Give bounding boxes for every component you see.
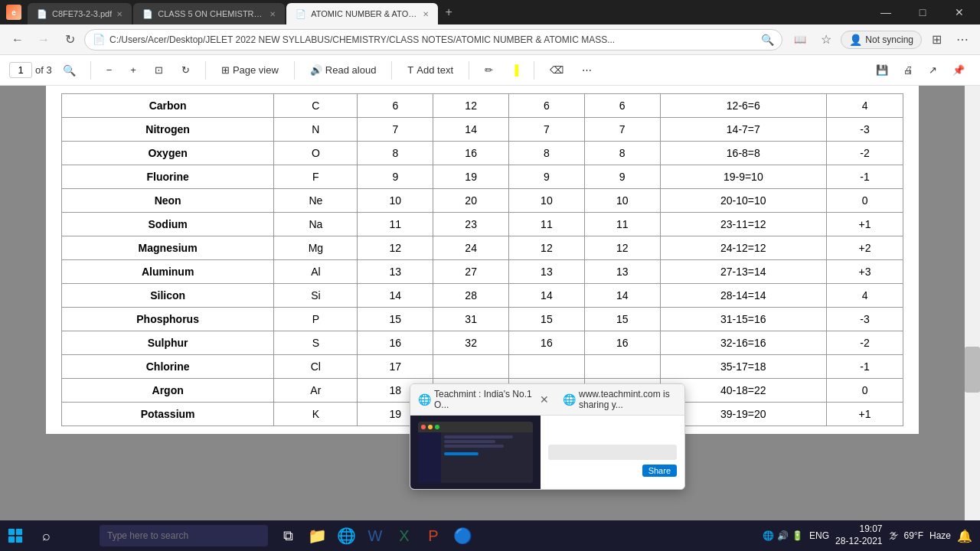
taskbar-app-icons: ⧉ 📁 🌐 W X P 🔵	[276, 523, 475, 548]
table-cell	[433, 355, 509, 379]
more-options-button[interactable]: ⋯	[951, 28, 974, 51]
address-bar[interactable]: 📄 C:/Users/Acer/Desktop/JELET 2022 NEW S…	[84, 29, 782, 51]
table-cell: Fluorine	[62, 165, 274, 189]
table-cell: Neon	[62, 189, 274, 213]
page-view-button[interactable]: ⊞ Page view	[215, 61, 285, 79]
table-cell: 4	[827, 284, 903, 308]
table-cell: 15	[358, 308, 433, 331]
zoom-in-button[interactable]: +	[124, 61, 142, 79]
table-cell: 14	[509, 284, 585, 308]
not-syncing-button[interactable]: 👤 Not syncing	[841, 31, 922, 49]
volume-icon: 🔊	[777, 530, 789, 541]
clock: 19:07 28-12-2021	[835, 523, 882, 547]
chrome-taskbar-icon[interactable]: 🔵	[450, 523, 475, 548]
more-icon: ⋯	[582, 64, 592, 76]
table-cell: 16-8=8	[660, 142, 827, 165]
tab-3-close[interactable]: ✕	[423, 10, 429, 18]
table-cell	[509, 355, 585, 379]
task-view-button[interactable]: ⧉	[276, 523, 300, 548]
highlight-button[interactable]: ▐	[505, 61, 524, 79]
minimize-button[interactable]: —	[868, 0, 903, 24]
read-aloud-button[interactable]: 🔊 Read aloud	[304, 61, 383, 79]
eraser-button[interactable]: ⌫	[544, 61, 570, 79]
scrollbar[interactable]	[965, 86, 980, 520]
fit-icon: ⊡	[155, 64, 163, 76]
tooltip-action-button[interactable]: Share	[642, 465, 677, 477]
zoom-out-button[interactable]: −	[100, 61, 119, 79]
table-cell: Si	[274, 284, 358, 308]
start-button[interactable]	[0, 520, 31, 551]
table-cell: 4	[827, 94, 903, 118]
table-cell: 0	[827, 189, 903, 213]
tab-2-close[interactable]: ✕	[270, 10, 276, 18]
table-cell: F	[274, 165, 358, 189]
browser-toolbar: ← → ↻ 📄 C:/Users/Acer/Desktop/JELET 2022…	[0, 24, 980, 55]
network-icon: 🌐	[763, 530, 774, 541]
rotate-button[interactable]: ↻	[175, 61, 196, 79]
notifications-button[interactable]: 🔔	[957, 529, 972, 543]
pin-button[interactable]: 📌	[946, 61, 971, 79]
separator-5	[469, 61, 469, 80]
table-cell: 10	[509, 189, 585, 213]
battery-icon: 🔋	[792, 530, 803, 541]
edge-taskbar-icon[interactable]: 🌐	[334, 523, 358, 548]
close-button[interactable]: ✕	[942, 0, 977, 24]
tooltip-header: 🌐 Teachmint : India's No.1 O... ✕ 🌐 www.…	[410, 384, 684, 416]
share-button[interactable]: ↗	[923, 61, 943, 79]
address-search-icon: 🔍	[761, 34, 774, 46]
table-cell: -3	[827, 118, 903, 142]
file-explorer-icon[interactable]: 📁	[305, 523, 329, 548]
table-cell: 8	[358, 142, 433, 165]
more-tools-button[interactable]: ⋯	[576, 61, 598, 79]
scrollbar-thumb[interactable]	[965, 347, 980, 393]
table-cell: Argon	[62, 379, 274, 403]
word-taskbar-icon[interactable]: W	[363, 523, 387, 548]
separator-3	[294, 61, 295, 80]
tooltip-tab1[interactable]: 🌐 Teachmint : India's No.1 O...	[418, 389, 532, 410]
taskbar-search-input[interactable]	[107, 530, 245, 541]
back-button[interactable]: ←	[6, 28, 29, 51]
tab-1-close[interactable]: ✕	[116, 10, 122, 18]
table-cell: +2	[827, 236, 903, 260]
tab-3[interactable]: 📄 ATOMIC NUMBER & ATOMIC M... ✕	[286, 3, 438, 24]
time-display: 19:07	[835, 523, 882, 536]
page-number-input[interactable]	[9, 62, 32, 78]
table-cell: 16	[433, 142, 509, 165]
add-text-button[interactable]: T Add text	[401, 61, 459, 79]
tooltip-tab2[interactable]: 🌐 www.teachmint.com is sharing y...	[563, 389, 677, 410]
table-cell: 19	[433, 165, 509, 189]
powerpoint-taskbar-icon[interactable]: P	[421, 523, 446, 548]
tab-2[interactable]: 📄 CLASS 5 ON CHEMISTRY_ATOM... ✕	[133, 3, 285, 24]
new-tab-button[interactable]: +	[439, 3, 458, 21]
maximize-button[interactable]: □	[905, 0, 940, 24]
table-cell: 12	[433, 94, 509, 118]
separator-4	[391, 61, 392, 80]
table-cell: 14-7=7	[660, 118, 827, 142]
search-pdf-button[interactable]: 🔍	[58, 59, 81, 82]
profile-icon: 👤	[849, 34, 862, 46]
print-button[interactable]: 🖨	[897, 61, 920, 79]
tooltip-close-1[interactable]: ✕	[537, 392, 552, 407]
table-row: MagnesiumMg1224121224-12=12+2	[62, 236, 903, 260]
taskbar: ⌕ ⧉ 📁 🌐 W X P 🔵 🌐 🔊 🔋 ENG 19:07 28-12-20…	[0, 520, 980, 551]
table-cell: O	[274, 142, 358, 165]
tab-1[interactable]: 📄 C8FE73-2-3.pdf ✕	[28, 3, 132, 24]
not-syncing-label: Not syncing	[865, 34, 913, 45]
favorites-button[interactable]: ☆	[815, 28, 838, 51]
refresh-button[interactable]: ↻	[58, 28, 81, 51]
chemistry-table: CarbonC6126612-6=64NitrogenN7147714-7=7-…	[61, 93, 903, 426]
table-cell: Nitrogen	[62, 118, 274, 142]
table-cell	[584, 355, 660, 379]
pdf-page: CarbonC6126612-6=64NitrogenN7147714-7=7-…	[46, 86, 919, 434]
taskbar-search[interactable]	[100, 525, 268, 546]
extensions-button[interactable]: ⊞	[925, 28, 948, 51]
save-button[interactable]: 💾	[870, 61, 894, 79]
draw-button[interactable]: ✏	[479, 61, 499, 79]
table-cell: 0	[827, 379, 903, 403]
excel-taskbar-icon[interactable]: X	[392, 523, 416, 548]
read-view-button[interactable]: 📖	[789, 28, 812, 51]
fit-page-button[interactable]: ⊡	[149, 61, 169, 79]
cortana-button[interactable]: ⌕	[31, 520, 61, 551]
forward-button[interactable]: →	[32, 28, 55, 51]
table-cell: 11	[358, 213, 433, 236]
